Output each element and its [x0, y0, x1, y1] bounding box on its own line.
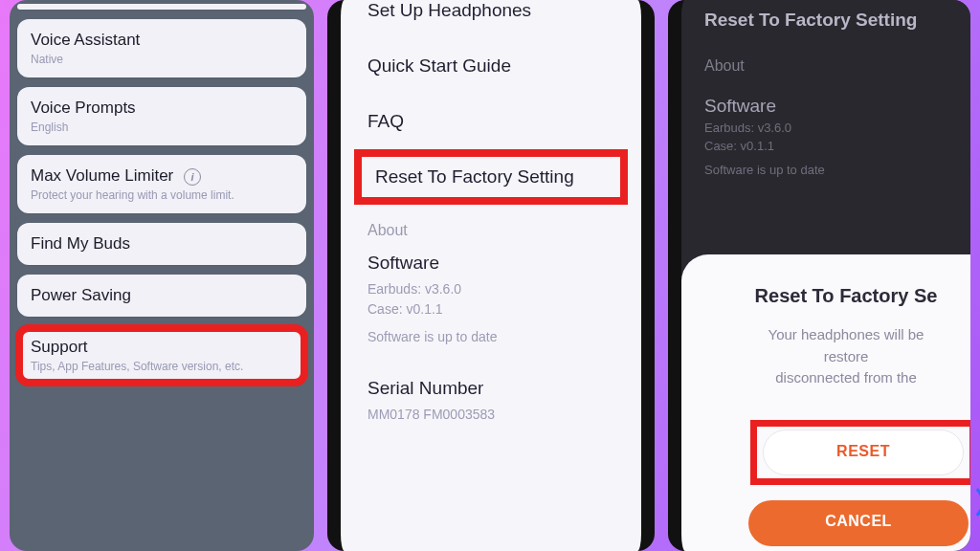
item-title: Find My Buds — [31, 234, 293, 253]
item-support[interactable]: Support Tips, App Features, Software ver… — [17, 326, 306, 385]
item-subtitle: English — [31, 121, 293, 134]
item-find-my-buds[interactable]: Find My Buds — [17, 223, 306, 265]
screenshot-settings-list: Voice Assistant Native Voice Prompts Eng… — [10, 0, 314, 551]
item-setup-headphones[interactable]: Set Up Headphones — [346, 0, 635, 38]
bg-about-label: About — [704, 57, 947, 75]
software-status: Software is up to date — [368, 327, 614, 347]
item-quick-start-guide[interactable]: Quick Start Guide — [346, 38, 635, 94]
card-peek-top — [17, 4, 306, 10]
bg-software-l2: Case: v0.1.1 — [704, 139, 947, 153]
item-subtitle: Tips, App Features, Software version, et… — [31, 360, 293, 373]
item-power-saving[interactable]: Power Saving — [17, 275, 306, 317]
section-about-label: About — [346, 205, 635, 249]
item-faq[interactable]: FAQ — [346, 94, 635, 149]
item-software[interactable]: Software Earbuds: v3.6.0 Case: v0.1.1 So… — [346, 249, 635, 357]
item-title: Max Volume Limiter i — [31, 166, 293, 186]
item-title: Power Saving — [31, 286, 293, 305]
item-max-volume-limiter[interactable]: Max Volume Limiter i Protect your hearin… — [17, 155, 306, 213]
item-serial-number[interactable]: Serial Number MM0178 FM0003583 — [346, 374, 635, 434]
item-title: Voice Prompts — [31, 99, 293, 118]
screenshot-support-section: Set Up Headphones Quick Start Guide FAQ … — [327, 0, 655, 551]
software-case: Case: v0.1.1 — [368, 299, 614, 320]
bg-software-status: Software is up to date — [704, 163, 947, 177]
sheet-title: Reset To Factory Se — [748, 285, 944, 307]
item-voice-assistant[interactable]: Voice Assistant Native — [17, 19, 306, 77]
software-earbuds: Earbuds: v3.6.0 — [368, 279, 614, 299]
highlight-reset: RESET — [750, 420, 970, 485]
bg-header: Reset To Factory Setting — [704, 10, 947, 31]
item-voice-prompts[interactable]: Voice Prompts English — [17, 87, 306, 145]
serial-value: MM0178 FM0003583 — [368, 405, 614, 425]
item-title: Support — [31, 338, 293, 357]
software-title: Software — [368, 253, 614, 274]
cancel-button[interactable]: CANCEL — [748, 500, 969, 546]
bg-software-l1: Earbuds: v3.6.0 — [704, 121, 947, 135]
info-icon[interactable]: i — [184, 168, 201, 186]
bg-software-title: Software — [704, 96, 947, 117]
serial-title: Serial Number — [368, 378, 614, 399]
decorative-arc-icon — [944, 482, 980, 522]
item-reset-factory[interactable]: Reset To Factory Setting — [354, 149, 628, 205]
item-title: Voice Assistant — [31, 31, 293, 50]
item-subtitle: Native — [31, 53, 293, 66]
sheet-message: Your headphones will be restore disconne… — [748, 324, 944, 389]
item-subtitle: Protect your hearing with a volume limit… — [31, 188, 293, 202]
bottom-sheet: Reset To Factory Se Your headphones will… — [681, 254, 970, 551]
screenshot-reset-dialog: Reset To Factory Setting About Software … — [668, 0, 970, 551]
reset-button[interactable]: RESET — [763, 430, 964, 475]
